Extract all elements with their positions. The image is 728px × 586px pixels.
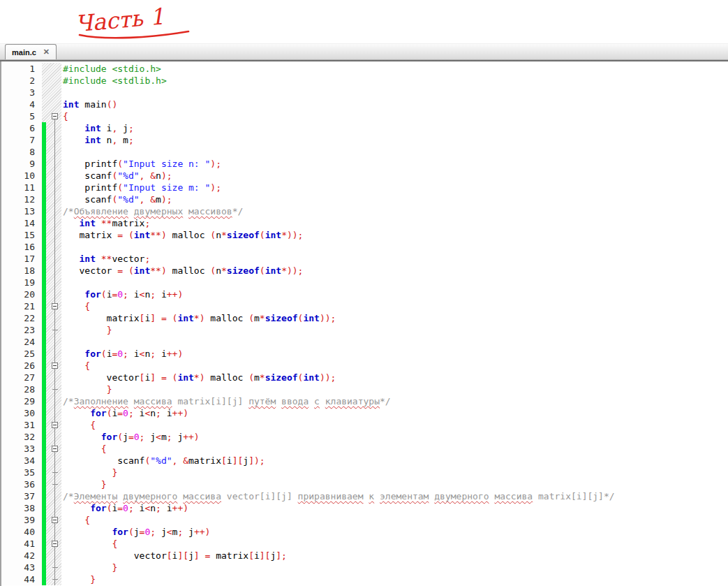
code-line[interactable]: 13/*Объявление двумерных массивов*/ — [1, 205, 728, 217]
code-line[interactable]: 34 scanf("%d", &matrix[i][j]); — [1, 455, 728, 467]
code-line[interactable]: 11 printf("Input size m: "); — [1, 182, 728, 193]
code-line[interactable]: 40 for(j=0; j<m; j++) — [1, 526, 728, 538]
code-editor[interactable]: 1#include <stdio.h>2#include <stdlib.h>3… — [0, 61, 728, 586]
code-line[interactable]: 12 scanf("%d", &m); — [1, 193, 728, 205]
change-bar — [42, 490, 46, 502]
code-line[interactable]: 6 int i, j; — [1, 122, 728, 134]
fold-line — [54, 372, 55, 383]
code-line[interactable]: 2#include <stdlib.h> — [1, 75, 728, 87]
fold-margin — [42, 372, 61, 383]
code-text: { — [61, 443, 728, 455]
code-line[interactable]: 42 vector[i][j] = matrix[i][j]; — [1, 550, 728, 562]
fold-line — [54, 336, 55, 348]
tab-main-c[interactable]: main.c ✕ — [5, 44, 57, 59]
code-text: } — [61, 383, 728, 395]
tab-close-icon[interactable]: ✕ — [43, 48, 50, 56]
code-line[interactable]: 23 } — [1, 324, 728, 336]
fold-end-mark — [52, 567, 58, 568]
code-line[interactable]: 31 { — [1, 419, 728, 431]
code-line[interactable]: 15 matrix = (int**) malloc (n*sizeof(int… — [1, 229, 728, 241]
line-number: 40 — [1, 526, 42, 538]
fold-collapse-button[interactable] — [52, 517, 58, 523]
code-line[interactable]: 44 } — [1, 573, 728, 585]
fold-margin — [42, 490, 61, 502]
code-line[interactable]: 9 printf("Input size n: "); — [1, 158, 728, 170]
line-number: 39 — [1, 514, 42, 526]
code-line[interactable]: 21 { — [1, 300, 728, 312]
change-bar — [42, 336, 46, 348]
line-number: 21 — [1, 300, 42, 312]
line-number: 26 — [1, 360, 42, 372]
fold-collapse-button[interactable] — [52, 303, 58, 309]
fold-margin — [42, 277, 61, 288]
code-line[interactable]: 7 int n, m; — [1, 134, 728, 146]
code-line[interactable]: 17 int **vector; — [1, 253, 728, 265]
change-bar — [42, 158, 46, 170]
line-number: 17 — [1, 253, 42, 265]
code-line[interactable]: 25 for(i=0; i<n; i++) — [1, 348, 728, 360]
code-line[interactable]: 33 { — [1, 443, 728, 455]
code-text: } — [61, 467, 728, 478]
code-line[interactable]: 5{ — [1, 110, 728, 122]
code-text: /*Элементы двумерного массива vector[i][… — [61, 490, 728, 502]
change-bar — [42, 573, 46, 585]
line-number: 22 — [1, 312, 42, 324]
code-line[interactable]: 24 — [1, 336, 728, 348]
fold-margin — [42, 217, 61, 229]
code-area[interactable]: 1#include <stdio.h>2#include <stdlib.h>3… — [1, 63, 728, 585]
fold-line — [54, 502, 55, 514]
code-text: scanf("%d", &m); — [61, 193, 728, 205]
code-line[interactable]: 19 — [1, 277, 728, 288]
code-line[interactable]: 16 — [1, 241, 728, 253]
fold-margin — [42, 253, 61, 265]
change-bar — [42, 360, 46, 372]
code-line[interactable]: 41 { — [1, 538, 728, 550]
code-line[interactable]: 43 } — [1, 562, 728, 573]
code-line[interactable]: 29/*Заполнение массива matrix[i][j] путё… — [1, 395, 728, 407]
code-line[interactable]: 28 } — [1, 383, 728, 395]
fold-margin — [42, 395, 61, 407]
code-line[interactable]: 18 vector = (int**) malloc (n*sizeof(int… — [1, 265, 728, 277]
fold-collapse-button[interactable] — [52, 113, 58, 119]
code-line[interactable]: 36 } — [1, 478, 728, 490]
fold-line — [54, 253, 55, 265]
line-number: 6 — [1, 122, 42, 134]
fold-collapse-button[interactable] — [52, 362, 58, 369]
change-bar — [42, 312, 46, 324]
code-line[interactable]: 32 for(j=0; j<m; j++) — [1, 431, 728, 443]
line-number: 8 — [1, 146, 42, 158]
code-line[interactable]: 22 matrix[i] = (int*) malloc (m*sizeof(i… — [1, 312, 728, 324]
annotation-text: Часть 1 — [74, 3, 165, 37]
code-line[interactable]: 39 { — [1, 514, 728, 526]
fold-line — [54, 217, 55, 229]
code-line[interactable]: 30 for(i=0; i<n; i++) — [1, 407, 728, 419]
code-text: } — [61, 573, 728, 585]
change-bar — [42, 217, 46, 229]
fold-margin — [42, 110, 61, 122]
code-line[interactable]: 27 vector[i] = (int*) malloc (m*sizeof(i… — [1, 372, 728, 383]
code-line[interactable]: 26 { — [1, 360, 728, 372]
fold-line — [54, 205, 55, 217]
code-line[interactable]: 38 for(i=0; i<n; i++) — [1, 502, 728, 514]
code-line[interactable]: 14 int **matrix; — [1, 217, 728, 229]
code-line[interactable]: 1#include <stdio.h> — [1, 63, 728, 75]
change-bar — [42, 146, 46, 158]
fold-line — [54, 348, 55, 360]
code-text: int **matrix; — [61, 217, 728, 229]
change-bar — [42, 241, 46, 253]
change-bar — [42, 277, 46, 288]
code-text: /*Объявление двумерных массивов*/ — [61, 205, 728, 217]
code-line[interactable]: 37/*Элементы двумерного массива vector[i… — [1, 490, 728, 502]
code-line[interactable]: 3 — [1, 87, 728, 98]
line-number: 12 — [1, 193, 42, 205]
code-line[interactable]: 8 — [1, 146, 728, 158]
fold-collapse-button[interactable] — [52, 422, 58, 428]
code-line[interactable]: 20 for(i=0; i<n; i++) — [1, 288, 728, 300]
fold-collapse-button[interactable] — [52, 541, 58, 547]
code-line[interactable]: 35 } — [1, 467, 728, 478]
change-bar — [42, 288, 46, 300]
fold-collapse-button[interactable] — [52, 446, 58, 452]
code-text: } — [61, 562, 728, 573]
code-line[interactable]: 10 scanf("%d", &n); — [1, 170, 728, 182]
code-line[interactable]: 4int main() — [1, 98, 728, 110]
